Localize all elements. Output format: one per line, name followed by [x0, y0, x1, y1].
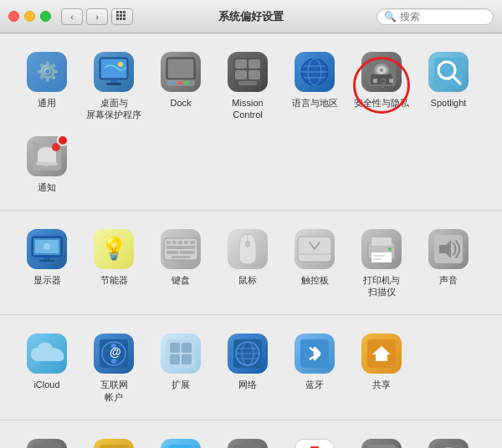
svg-rect-64 — [371, 237, 392, 246]
svg-rect-58 — [172, 256, 190, 258]
pref-network[interactable]: 网络 — [214, 325, 281, 410]
keyboard-label: 键盘 — [172, 274, 190, 286]
maximize-button[interactable] — [40, 11, 51, 22]
icon-grid-internet: iCloud @ 互联网帐户 — [13, 325, 489, 410]
pref-internet[interactable]: @ 互联网帐户 — [80, 325, 147, 410]
search-box[interactable]: 🔍 — [376, 8, 494, 25]
trackpad-icon — [293, 227, 336, 271]
pref-spotlight[interactable]: Spotlight — [415, 43, 482, 128]
minimize-button[interactable] — [24, 11, 35, 22]
startup-icon — [360, 437, 403, 448]
traffic-lights — [8, 11, 51, 22]
pref-mouse[interactable]: 鼠标 — [214, 221, 281, 305]
svg-point-74 — [111, 359, 116, 364]
internet-icon: @ — [92, 332, 136, 375]
forward-button[interactable]: › — [86, 8, 108, 25]
pref-security[interactable]: ■ □ ■ □ 安全性与隐私 — [348, 43, 415, 128]
svg-rect-15 — [168, 59, 193, 78]
svg-point-34 — [380, 69, 383, 72]
back-button[interactable]: ‹ — [61, 8, 83, 25]
pref-energy[interactable]: 💡 节能器 — [80, 221, 147, 305]
svg-rect-51 — [172, 241, 177, 244]
pref-icloud[interactable]: iCloud — [13, 325, 80, 410]
display-label: 显示器 — [33, 274, 61, 286]
security-label: 安全性与隐私 — [354, 97, 409, 109]
pref-users[interactable]: 用户与群组 — [13, 430, 80, 448]
pref-sharing[interactable]: 共享 — [348, 325, 415, 410]
close-button[interactable] — [8, 11, 19, 22]
general-label: 通用 — [38, 97, 56, 109]
svg-point-33 — [376, 66, 387, 74]
pref-dock[interactable]: Dock — [147, 43, 214, 128]
pref-mission-control[interactable]: MissionControl — [214, 43, 281, 128]
pref-language[interactable]: 语言与地区 — [281, 43, 348, 128]
dock-label: Dock — [170, 97, 191, 109]
svg-rect-25 — [238, 81, 257, 85]
pref-printer[interactable]: 打印机与扫描仪 — [348, 221, 415, 305]
bluetooth-icon — [293, 332, 336, 375]
icon-grid-system: 用户与群组 家长控制 — [13, 430, 489, 448]
pref-general[interactable]: ⚙️ 通用 — [13, 43, 80, 128]
pref-timemachine[interactable]: Time Machine — [415, 430, 482, 448]
svg-rect-2 — [123, 11, 126, 13]
network-icon — [226, 332, 269, 375]
svg-rect-53 — [184, 241, 188, 244]
pref-appstore[interactable]: A App Store — [147, 430, 214, 448]
pref-extensions[interactable]: 扩展 — [147, 325, 214, 410]
svg-rect-6 — [116, 18, 119, 20]
pref-parental[interactable]: 家长控制 — [80, 430, 147, 448]
svg-rect-23 — [235, 70, 247, 79]
desktop-icon — [92, 50, 136, 94]
section-system: 用户与群组 家长控制 — [0, 420, 502, 448]
svg-rect-10 — [101, 59, 126, 78]
svg-rect-57 — [180, 251, 195, 254]
svg-rect-66 — [373, 255, 385, 257]
window-title: 系统偏好设置 — [218, 9, 284, 24]
sharing-label: 共享 — [372, 379, 391, 390]
svg-point-68 — [388, 247, 392, 251]
section-personal: ⚙️ 通用 — [0, 33, 502, 211]
pref-display[interactable]: 显示器 — [13, 221, 80, 305]
svg-rect-65 — [371, 252, 392, 262]
pref-dictation[interactable]: 听写与语音 — [214, 430, 281, 448]
svg-rect-3 — [116, 14, 119, 17]
svg-rect-11 — [110, 79, 117, 83]
pref-desktop[interactable]: 桌面与屏幕保护程序 — [80, 43, 147, 128]
main-content: ⚙️ 通用 — [0, 33, 502, 448]
language-label: 语言与地区 — [292, 97, 338, 109]
svg-rect-17 — [171, 81, 176, 84]
svg-point-60 — [245, 241, 250, 247]
pref-trackpad[interactable]: 触控板 — [281, 221, 348, 305]
search-input[interactable] — [400, 11, 486, 23]
pref-sound[interactable]: 声音 — [415, 221, 482, 305]
pref-datetime[interactable]: 18 日期与时间 — [281, 430, 348, 448]
pref-notification[interactable]: 通知 — [13, 128, 80, 200]
icon-grid-personal: ⚙️ 通用 — [13, 43, 489, 200]
spotlight-label: Spotlight — [431, 97, 467, 109]
datetime-icon: 18 — [293, 437, 336, 448]
pref-keyboard[interactable]: 键盘 — [147, 221, 214, 305]
printer-label: 打印机与扫描仪 — [363, 274, 400, 298]
energy-icon: 💡 — [92, 227, 136, 271]
mouse-icon — [226, 227, 269, 271]
svg-rect-31 — [367, 58, 396, 86]
svg-rect-89 — [33, 445, 61, 448]
icloud-icon — [25, 332, 69, 375]
svg-text:■ □ ■ □: ■ □ ■ □ — [373, 77, 397, 84]
apps-grid-button[interactable] — [111, 8, 133, 25]
svg-rect-35 — [371, 74, 392, 84]
svg-rect-55 — [166, 246, 195, 249]
printer-icon — [360, 227, 403, 271]
svg-text:@: @ — [110, 345, 121, 359]
notification-icon — [25, 135, 69, 178]
pref-startup[interactable]: 启动磁盘 — [348, 430, 415, 448]
nav-buttons: ‹ › — [61, 8, 108, 25]
icon-grid-hardware: 显示器 💡 节能器 — [13, 221, 489, 305]
svg-rect-92 — [100, 445, 128, 448]
pref-bluetooth[interactable]: 蓝牙 — [281, 325, 348, 410]
svg-rect-67 — [373, 258, 382, 260]
svg-rect-7 — [120, 18, 122, 20]
desktop-label: 桌面与屏幕保护程序 — [86, 97, 141, 121]
extensions-label: 扩展 — [172, 379, 190, 390]
svg-rect-56 — [166, 251, 178, 254]
